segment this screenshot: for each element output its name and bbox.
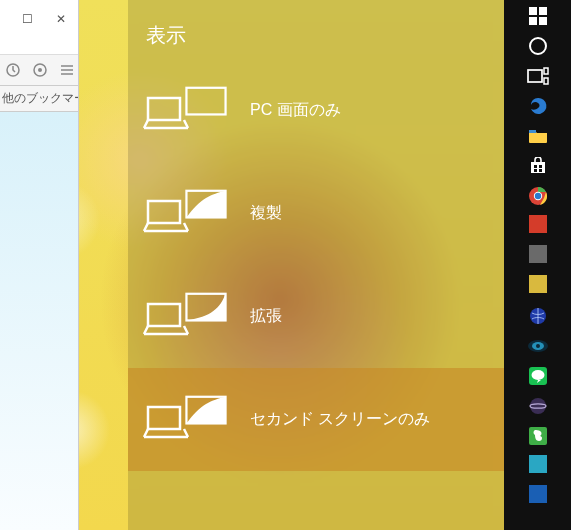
taskbar-item-line[interactable] bbox=[523, 366, 553, 386]
taskbar-item-start[interactable] bbox=[523, 6, 553, 26]
project-option-label: 拡張 bbox=[250, 306, 282, 327]
svg-rect-15 bbox=[534, 169, 537, 172]
file-explorer-icon bbox=[528, 128, 548, 144]
bookmark-bar[interactable]: 他のブックマーク bbox=[0, 86, 78, 112]
project-option-label: 複製 bbox=[250, 203, 282, 224]
project-option-icon bbox=[142, 189, 232, 239]
maximize-icon: ☐ bbox=[22, 12, 33, 26]
svg-rect-3 bbox=[529, 7, 537, 15]
app-grey-icon bbox=[529, 245, 547, 267]
svg-rect-12 bbox=[531, 162, 545, 173]
cortana-icon bbox=[528, 36, 548, 56]
edge-icon bbox=[528, 96, 548, 116]
other-bookmarks-label: 他のブックマーク bbox=[2, 90, 78, 107]
app-cyan-icon bbox=[529, 455, 547, 477]
monitor-icon bbox=[184, 189, 228, 221]
laptop-icon bbox=[142, 300, 190, 340]
svg-rect-14 bbox=[539, 165, 542, 168]
project-option-icon bbox=[142, 86, 232, 136]
svg-point-7 bbox=[530, 38, 546, 54]
project-option-extend[interactable]: 拡張 bbox=[128, 265, 504, 368]
svg-point-23 bbox=[536, 344, 540, 348]
svg-rect-10 bbox=[544, 78, 548, 84]
svg-point-25 bbox=[531, 370, 544, 380]
project-option-label: セカンド スクリーンのみ bbox=[250, 409, 430, 430]
svg-rect-4 bbox=[539, 7, 547, 15]
svg-rect-16 bbox=[539, 169, 542, 172]
eclipse-icon bbox=[528, 396, 548, 416]
taskbar-item-app-eye[interactable] bbox=[523, 336, 553, 356]
project-option-duplicate[interactable]: 複製 bbox=[128, 162, 504, 265]
svg-point-2 bbox=[38, 68, 42, 72]
app-eye-icon bbox=[527, 339, 549, 353]
taskbar-item-eclipse[interactable] bbox=[523, 396, 553, 416]
taskbar-item-task-view[interactable] bbox=[523, 66, 553, 86]
project-option-icon bbox=[142, 292, 232, 342]
toolbar-button-2[interactable] bbox=[29, 58, 52, 82]
monitor-icon bbox=[184, 86, 228, 118]
svg-point-19 bbox=[534, 193, 540, 199]
store-icon bbox=[529, 157, 547, 175]
chrome-icon bbox=[528, 186, 548, 206]
taskbar-item-app-red[interactable] bbox=[523, 216, 553, 236]
app-yellow-tile-icon bbox=[529, 275, 547, 297]
monitor-icon bbox=[184, 292, 228, 324]
svg-rect-8 bbox=[528, 70, 542, 82]
svg-rect-13 bbox=[534, 165, 537, 168]
browser-titlebar: ☐ ✕ bbox=[0, 0, 78, 54]
svg-rect-6 bbox=[539, 17, 547, 25]
maximize-button[interactable]: ☐ bbox=[10, 6, 44, 32]
task-view-icon bbox=[527, 67, 549, 85]
project-option-second-only[interactable]: セカンド スクリーンのみ bbox=[128, 368, 504, 471]
taskbar-item-app-blue-globe[interactable] bbox=[523, 306, 553, 326]
taskbar-item-app-cyan[interactable] bbox=[523, 456, 553, 476]
taskbar-item-file-explorer[interactable] bbox=[523, 126, 553, 146]
evernote-icon bbox=[529, 427, 547, 445]
taskbar-item-chrome[interactable] bbox=[523, 186, 553, 206]
start-icon bbox=[529, 7, 547, 25]
close-button[interactable]: ✕ bbox=[44, 6, 78, 32]
taskbar-item-evernote[interactable] bbox=[523, 426, 553, 446]
app-blue-icon bbox=[529, 485, 547, 507]
taskbar-item-app-yellow-tile[interactable] bbox=[523, 276, 553, 296]
svg-rect-9 bbox=[544, 68, 548, 74]
project-option-pc-only[interactable]: PC 画面のみ bbox=[128, 59, 504, 162]
project-flyout: 表示 PC 画面のみ複製拡張セカンド スクリーンのみ bbox=[128, 0, 504, 530]
laptop-icon bbox=[142, 197, 190, 237]
toolbar-menu[interactable] bbox=[55, 58, 78, 82]
hamburger-icon bbox=[59, 62, 75, 78]
taskbar-item-cortana[interactable] bbox=[523, 36, 553, 56]
svg-point-26 bbox=[530, 398, 546, 414]
project-option-icon bbox=[142, 395, 232, 445]
taskbar bbox=[504, 0, 571, 530]
browser-content-area bbox=[0, 112, 78, 530]
laptop-icon bbox=[142, 403, 190, 443]
svg-rect-5 bbox=[529, 17, 537, 25]
target-icon bbox=[32, 62, 48, 78]
app-red-icon bbox=[529, 215, 547, 237]
toolbar-button-1[interactable] bbox=[2, 58, 25, 82]
line-icon bbox=[529, 367, 547, 385]
clock-icon bbox=[5, 62, 21, 78]
browser-window-edge: ☐ ✕ 他のブックマーク bbox=[0, 0, 79, 530]
svg-rect-11 bbox=[529, 130, 536, 133]
taskbar-item-app-grey[interactable] bbox=[523, 246, 553, 266]
browser-toolbar bbox=[0, 54, 78, 86]
close-icon: ✕ bbox=[56, 12, 66, 26]
taskbar-item-edge[interactable] bbox=[523, 96, 553, 116]
app-blue-globe-icon bbox=[529, 307, 547, 325]
project-option-label: PC 画面のみ bbox=[250, 100, 341, 121]
monitor-icon bbox=[184, 395, 228, 427]
taskbar-item-app-blue[interactable] bbox=[523, 486, 553, 506]
laptop-icon bbox=[142, 94, 190, 134]
taskbar-item-store[interactable] bbox=[523, 156, 553, 176]
flyout-title: 表示 bbox=[128, 0, 504, 59]
